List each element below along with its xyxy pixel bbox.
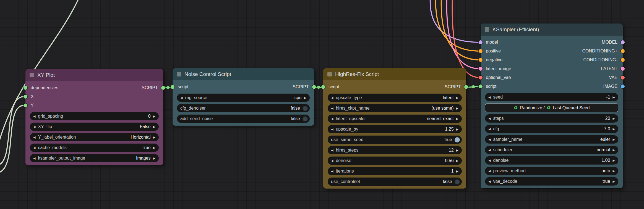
decrement-arrow-icon[interactable]: ◀ xyxy=(331,159,333,162)
output-port-latent[interactable] xyxy=(621,67,625,71)
input-port-script[interactable] xyxy=(479,84,483,88)
randomize-seed-button[interactable]: ♻ Randomize / ♻ Last Queued Seed xyxy=(485,104,618,112)
input-port-optional-vae[interactable] xyxy=(479,76,483,80)
toggle-use-same-seed[interactable]: use_same_seed true xyxy=(328,136,462,144)
increment-arrow-icon[interactable]: ▶ xyxy=(153,125,155,128)
increment-arrow-icon[interactable]: ▶ xyxy=(456,117,458,120)
widget-cfg[interactable]: ◀ cfg 7.0 ▶ xyxy=(485,125,618,133)
decrement-arrow-icon[interactable]: ◀ xyxy=(488,138,491,141)
output-port-model[interactable] xyxy=(621,40,625,44)
increment-arrow-icon[interactable]: ▶ xyxy=(456,128,458,131)
collapse-box-icon[interactable] xyxy=(177,72,181,76)
widget-hires-steps[interactable]: ◀ hires_steps 12 ▶ xyxy=(328,146,462,154)
increment-arrow-icon[interactable]: ▶ xyxy=(613,128,615,131)
decrement-arrow-icon[interactable]: ◀ xyxy=(488,149,491,152)
widget-latent-upscaler[interactable]: ◀ latent_upscaler nearest-exact ▶ xyxy=(328,115,462,123)
input-port-x[interactable] xyxy=(24,95,27,99)
increment-arrow-icon[interactable]: ▶ xyxy=(613,96,615,99)
increment-arrow-icon[interactable]: ▶ xyxy=(304,96,306,99)
toggle-knob[interactable] xyxy=(455,137,460,142)
increment-arrow-icon[interactable]: ▶ xyxy=(153,136,155,139)
input-port-negative[interactable] xyxy=(479,58,483,62)
output-port-script[interactable] xyxy=(312,85,316,89)
widget-seed[interactable]: ◀ seed -1 ▶ xyxy=(485,93,618,101)
input-port-model[interactable] xyxy=(479,40,483,44)
decrement-arrow-icon[interactable]: ◀ xyxy=(488,128,491,131)
node-title-bar[interactable]: KSampler (Efficient) xyxy=(481,23,623,36)
increment-arrow-icon[interactable]: ▶ xyxy=(613,170,615,173)
output-port-script[interactable] xyxy=(161,86,165,90)
toggle-knob[interactable] xyxy=(303,116,308,121)
widget-upscale-type[interactable]: ◀ upscale_type latent ▶ xyxy=(328,94,462,102)
decrement-arrow-icon[interactable]: ◀ xyxy=(33,146,35,149)
increment-arrow-icon[interactable]: ▶ xyxy=(613,149,615,152)
widget-grid-spacing[interactable]: ◀ grid_spacing 0 ▶ xyxy=(30,112,159,120)
decrement-arrow-icon[interactable]: ◀ xyxy=(331,96,333,99)
decrement-arrow-icon[interactable]: ◀ xyxy=(488,117,491,120)
decrement-arrow-icon[interactable]: ◀ xyxy=(331,117,333,120)
increment-arrow-icon[interactable]: ▶ xyxy=(153,157,155,160)
widget-denoise[interactable]: ◀ denoise 0.56 ▶ xyxy=(328,157,462,165)
increment-arrow-icon[interactable]: ▶ xyxy=(456,107,458,110)
increment-arrow-icon[interactable]: ▶ xyxy=(613,180,615,183)
decrement-arrow-icon[interactable]: ◀ xyxy=(331,128,333,131)
decrement-arrow-icon[interactable]: ◀ xyxy=(33,136,35,139)
output-port-conditioning-plus[interactable] xyxy=(621,49,625,53)
increment-arrow-icon[interactable]: ▶ xyxy=(153,115,155,118)
widget-sampler-name[interactable]: ◀ sampler_name euler ▶ xyxy=(485,135,618,144)
widget-steps[interactable]: ◀ steps 20 ▶ xyxy=(485,114,618,123)
decrement-arrow-icon[interactable]: ◀ xyxy=(331,170,333,173)
graph-canvas[interactable]: XY Plot dependencies SCRIPT X Y ◀ grid_s… xyxy=(0,0,644,209)
node-xy-plot[interactable]: XY Plot dependencies SCRIPT X Y ◀ grid_s… xyxy=(25,69,163,165)
widget-ksampler-output-image[interactable]: ◀ ksampler_output_image Images ▶ xyxy=(30,154,159,162)
toggle-use-controlnet[interactable]: use_controlnet false xyxy=(328,178,462,186)
output-port-vae[interactable] xyxy=(621,76,625,80)
decrement-arrow-icon[interactable]: ◀ xyxy=(488,170,491,173)
node-title-bar[interactable]: Noise Control Script xyxy=(173,68,314,80)
increment-arrow-icon[interactable]: ▶ xyxy=(613,159,615,162)
node-ksampler-efficient[interactable]: KSampler (Efficient) model MODEL positiv… xyxy=(481,23,623,188)
output-port-script[interactable] xyxy=(464,85,468,89)
input-port-script[interactable] xyxy=(321,85,325,89)
decrement-arrow-icon[interactable]: ◀ xyxy=(180,96,182,99)
input-port-script[interactable] xyxy=(171,85,174,89)
toggle-knob[interactable] xyxy=(455,179,460,184)
widget-vae-decode[interactable]: ◀ vae_decode true ▶ xyxy=(485,177,618,186)
widget-rng-source[interactable]: ◀ rng_source cpu ▶ xyxy=(177,94,310,102)
decrement-arrow-icon[interactable]: ◀ xyxy=(488,96,491,99)
input-port-positive[interactable] xyxy=(479,49,483,53)
increment-arrow-icon[interactable]: ▶ xyxy=(456,170,458,173)
collapse-box-icon[interactable] xyxy=(327,72,332,76)
widget-hires-ckpt-name[interactable]: ◀ hires_ckpt_name (use same) ▶ xyxy=(328,104,462,112)
decrement-arrow-icon[interactable]: ◀ xyxy=(33,115,35,118)
collapse-box-icon[interactable] xyxy=(485,27,489,32)
decrement-arrow-icon[interactable]: ◀ xyxy=(488,180,491,183)
widget-denoise[interactable]: ◀ denoise 1.00 ▶ xyxy=(485,156,618,165)
widget-iterations[interactable]: ◀ iterations 1 ▶ xyxy=(328,167,462,175)
increment-arrow-icon[interactable]: ▶ xyxy=(456,149,458,152)
node-highres-fix-script[interactable]: HighRes-Fix Script script SCRIPT ◀ upsca… xyxy=(323,68,466,189)
collapse-box-icon[interactable] xyxy=(30,73,34,77)
increment-arrow-icon[interactable]: ▶ xyxy=(456,159,458,162)
decrement-arrow-icon[interactable]: ◀ xyxy=(331,107,333,110)
increment-arrow-icon[interactable]: ▶ xyxy=(613,117,615,120)
toggle-knob[interactable] xyxy=(303,106,308,111)
increment-arrow-icon[interactable]: ▶ xyxy=(456,96,458,99)
widget-scheduler[interactable]: ◀ scheduler normal ▶ xyxy=(485,146,618,154)
decrement-arrow-icon[interactable]: ◀ xyxy=(33,157,35,160)
node-title-bar[interactable]: HighRes-Fix Script xyxy=(323,68,466,80)
widget-xy-flip[interactable]: ◀ XY_flip False ▶ xyxy=(30,123,159,131)
output-port-conditioning-minus[interactable] xyxy=(621,58,625,62)
increment-arrow-icon[interactable]: ▶ xyxy=(613,138,615,141)
node-title-bar[interactable]: XY Plot xyxy=(25,69,163,81)
node-noise-control-script[interactable]: Noise Control Script script SCRIPT ◀ rng… xyxy=(173,68,314,126)
input-port-dependencies[interactable] xyxy=(24,86,27,90)
output-port-image[interactable] xyxy=(621,84,625,88)
toggle-add-seed-noise[interactable]: add_seed_noise false xyxy=(177,115,310,123)
widget-preview-method[interactable]: ◀ preview_method auto ▶ xyxy=(485,167,618,175)
widget-y-label-orientation[interactable]: ◀ Y_label_orientation Horizontal ▶ xyxy=(30,133,159,141)
decrement-arrow-icon[interactable]: ◀ xyxy=(488,159,491,162)
decrement-arrow-icon[interactable]: ◀ xyxy=(331,149,333,152)
input-port-latent-image[interactable] xyxy=(479,67,483,71)
decrement-arrow-icon[interactable]: ◀ xyxy=(33,125,35,128)
